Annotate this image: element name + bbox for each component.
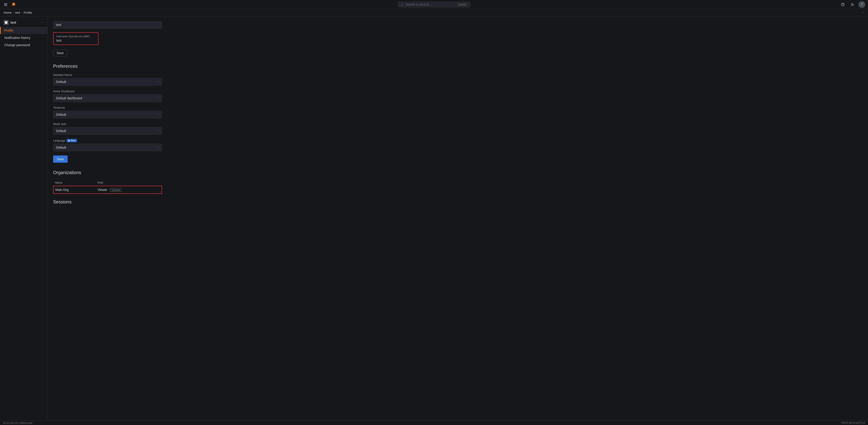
topbar-left: [3, 1, 17, 8]
name-input[interactable]: [53, 21, 162, 29]
current-badge: Current: [110, 188, 121, 192]
preferences-section: Preferences Interface theme Default Dark…: [53, 64, 863, 163]
search-icon: [401, 3, 404, 6]
timezone-label: Timezone: [53, 106, 863, 109]
breadcrumb-sep-2: ›: [21, 11, 22, 14]
interface-theme-label: Interface theme: [53, 74, 863, 77]
search-shortcut: cmd+k: [457, 3, 467, 6]
sidebar-item-label-change-password: Change password: [4, 43, 30, 47]
language-select[interactable]: Default: [53, 144, 162, 151]
breadcrumb-bar: Home › test › Profile: [0, 9, 868, 17]
status-bar: 10.50.183.112:3000/profile CSDN @Cloud外文…: [0, 421, 868, 425]
timezone-select[interactable]: Default UTC Browser: [53, 111, 162, 118]
interface-theme-select[interactable]: Default Dark Light: [53, 78, 162, 86]
breadcrumb-sep-1: ›: [13, 11, 14, 14]
table-row: Main Org. Viewer Current: [53, 186, 162, 194]
organizations-section: Organizations Name Role Main Org. Viewer: [53, 170, 863, 194]
help-button[interactable]: [839, 1, 846, 8]
sidebar: test ← Profile Notification history Chan…: [0, 17, 48, 425]
home-dashboard-group: Home Dashboard Default dashboard: [53, 90, 863, 102]
language-label: Language: [53, 139, 65, 142]
home-dashboard-label: Home Dashboard: [53, 90, 863, 93]
language-group: Language Beta Default: [53, 139, 863, 151]
breadcrumb-collapse-icon: [862, 11, 864, 14]
hamburger-button[interactable]: [3, 2, 9, 7]
sidebar-collapse-button[interactable]: ←: [41, 21, 44, 24]
avatar[interactable]: T: [859, 1, 865, 8]
week-start-group: Week start Default Sunday Monday: [53, 122, 863, 135]
grafana-logo: [10, 1, 17, 8]
org-row-role: Viewer Current: [96, 186, 162, 194]
sidebar-item-label-profile: Profile: [4, 29, 13, 32]
interface-theme-group: Interface theme Default Dark Light: [53, 74, 863, 86]
home-dashboard-select[interactable]: Default dashboard: [53, 94, 162, 102]
topbar-search-area: Search or jump to... cmd+k: [398, 2, 470, 7]
org-col-name: Name: [53, 180, 96, 186]
preferences-title: Preferences: [53, 64, 863, 69]
sidebar-item-notification-history[interactable]: Notification history: [0, 34, 48, 41]
beta-badge: Beta: [66, 139, 77, 142]
sessions-section: Sessions: [53, 199, 863, 204]
save-button-preferences[interactable]: Save: [53, 155, 68, 163]
breadcrumb-test[interactable]: test: [15, 11, 20, 14]
svg-point-4: [13, 4, 14, 5]
main-content: Username (Synced via LDAP) test Save Pre…: [48, 17, 868, 425]
svg-rect-9: [5, 21, 7, 24]
breadcrumb-current: Profile: [24, 11, 32, 14]
topbar: Search or jump to... cmd+k T: [0, 0, 868, 9]
svg-point-5: [401, 3, 403, 5]
sidebar-item-label-notification: Notification history: [4, 36, 30, 39]
sidebar-org-icon: [4, 20, 9, 25]
username-value: test: [56, 39, 95, 42]
sidebar-item-change-password[interactable]: Change password: [0, 41, 48, 49]
language-label-wrapper: Language Beta: [53, 139, 863, 142]
week-start-label: Week start: [53, 122, 863, 126]
search-placeholder: Search or jump to...: [406, 3, 455, 6]
app-layout: test ← Profile Notification history Chan…: [0, 17, 868, 425]
sessions-title: Sessions: [53, 199, 863, 204]
breadcrumb: Home › test › Profile: [4, 11, 32, 14]
topbar-right: T: [839, 1, 865, 8]
svg-point-8: [851, 5, 851, 6]
status-url: 10.50.183.112:3000/profile: [3, 422, 32, 424]
search-box[interactable]: Search or jump to... cmd+k: [398, 2, 470, 7]
username-label: Username (Synced via LDAP): [56, 35, 95, 38]
timezone-group: Timezone Default UTC Browser: [53, 106, 863, 118]
organizations-title: Organizations: [53, 170, 863, 175]
name-field: [53, 21, 863, 29]
sidebar-org-header: test ←: [0, 18, 48, 27]
feed-button[interactable]: [849, 1, 856, 8]
username-field-wrapper: Username (Synced via LDAP) test: [53, 32, 863, 45]
week-start-select[interactable]: Default Sunday Monday: [53, 127, 162, 135]
breadcrumb-home[interactable]: Home: [4, 11, 11, 14]
sidebar-item-profile[interactable]: Profile: [0, 27, 48, 34]
organizations-table: Name Role Main Org. Viewer Current: [53, 180, 162, 194]
beta-icon: [68, 140, 70, 142]
save-button-top[interactable]: Save: [53, 50, 67, 56]
sidebar-org-name: test: [10, 21, 16, 24]
org-row-name: Main Org.: [53, 186, 96, 194]
org-col-role: Role: [96, 180, 162, 186]
status-right-text: CSDN @Cloud外文运: [841, 421, 865, 425]
